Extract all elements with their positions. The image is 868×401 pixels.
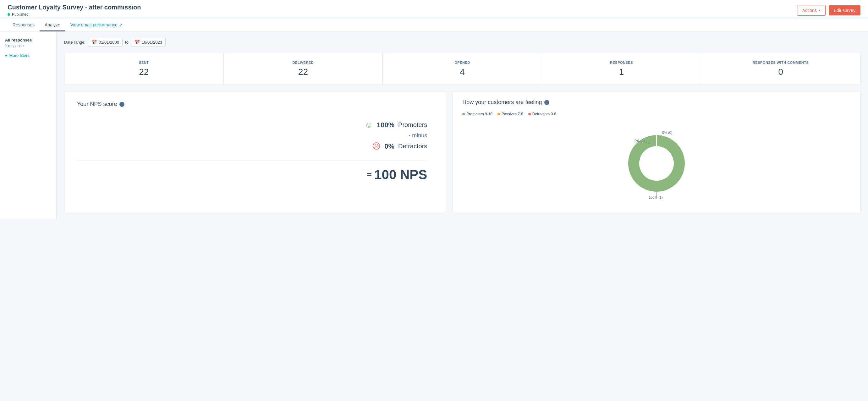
published-dot: [7, 13, 10, 16]
actions-label: Actions: [802, 8, 817, 13]
legend-detractors: Detractors 0-6: [528, 112, 556, 116]
main-layout: All responses 1 response ≡ More filters …: [0, 31, 868, 218]
nps-card: Your NPS score i ☺ 100% Promoters - minu…: [64, 91, 446, 212]
actions-button[interactable]: Actions ▾: [797, 5, 826, 16]
stat-responses-label: RESPONSES: [548, 61, 695, 64]
more-filters-button[interactable]: ≡ More filters: [5, 53, 51, 58]
date-range-row: Date range: 📅 01/01/2000 to 📅 16/01/2023: [64, 38, 861, 47]
page-title: Customer Loyalty Survey - after commissi…: [7, 4, 141, 11]
calendar-to-icon: 📅: [134, 40, 140, 44]
edit-survey-label: Edit survey: [834, 8, 856, 13]
legend-dot-passives: [497, 113, 500, 115]
date-to-input[interactable]: 📅 16/01/2023: [131, 38, 166, 47]
legend-detractors-label: Detractors 0-6: [532, 112, 556, 116]
nps-divider: [77, 159, 427, 159]
stats-row: SENT 22 DELIVERED 22 OPENED 4 RESPONSES …: [64, 53, 861, 85]
nps-value: 100 NPS: [374, 167, 427, 182]
nps-equals: =: [367, 170, 372, 180]
donut-svg: 0% (0) 0% (0) 100% (1): [616, 123, 698, 204]
stat-responses-value: 1: [548, 67, 695, 77]
date-range-label: Date range:: [64, 40, 86, 44]
promoters-row: ☺ 100% Promoters: [365, 120, 427, 130]
date-to-label: to: [125, 40, 128, 44]
chevron-down-icon: ▾: [819, 8, 820, 12]
feeling-card-title: How your customers are feeling i: [462, 99, 851, 105]
sidebar-filter-count: 1 response: [5, 44, 51, 48]
stat-responses-comments-value: 0: [707, 67, 854, 77]
legend-row: Promoters 9-10 Passives 7-8 Detractors 0…: [462, 112, 851, 116]
stat-delivered-value: 22: [230, 67, 376, 77]
legend-dot-promoters: [462, 113, 465, 115]
stat-delivered: DELIVERED 22: [224, 53, 383, 85]
content-area: Date range: 📅 01/01/2000 to 📅 16/01/2023…: [57, 31, 868, 218]
legend-passives-label: Passives 7-8: [502, 112, 523, 116]
top-actions: Actions ▾ Edit survey: [797, 5, 861, 16]
donut-hole: [639, 146, 674, 181]
nps-info-icon[interactable]: i: [119, 102, 124, 107]
donut-label-promoters: 100% (1): [649, 195, 663, 199]
external-link-icon: ↗: [119, 22, 123, 27]
promoters-pct: 100%: [377, 121, 394, 129]
donut-label-detractors: 0% (0): [634, 139, 645, 143]
stat-responses-comments: RESPONSES WITH COMMENTS 0: [701, 53, 860, 85]
feeling-card: How your customers are feeling i Promote…: [453, 91, 861, 212]
sidebar-filter-title: All responses: [5, 38, 51, 42]
stat-responses-comments-label: RESPONSES WITH COMMENTS: [707, 61, 854, 64]
minus-row: - minus: [408, 132, 427, 139]
tab-responses[interactable]: Responses: [7, 19, 40, 31]
tab-view-email[interactable]: View email performance ↗: [65, 19, 128, 31]
tab-analyze[interactable]: Analyze: [40, 19, 65, 31]
edit-survey-button[interactable]: Edit survey: [829, 5, 861, 16]
published-badge: Published: [7, 12, 141, 17]
legend-passives: Passives 7-8: [497, 112, 523, 116]
stat-sent-value: 22: [71, 67, 217, 77]
feeling-info-icon[interactable]: i: [544, 100, 549, 105]
date-to-value: 16/01/2023: [142, 40, 162, 44]
tab-bar: Responses Analyze View email performance…: [0, 19, 868, 31]
charts-row: Your NPS score i ☺ 100% Promoters - minu…: [64, 91, 861, 212]
stat-sent-label: SENT: [71, 61, 217, 64]
stat-sent: SENT 22: [64, 53, 224, 85]
date-from-value: 01/01/2000: [99, 40, 119, 44]
nps-metrics: ☺ 100% Promoters - minus ☹ 0% Detractors: [77, 120, 433, 182]
nps-score-row: = 100 NPS: [367, 167, 427, 182]
detractor-smiley-icon: ☹: [372, 142, 380, 151]
promoter-smiley-icon: ☺: [365, 120, 373, 130]
date-from-input[interactable]: 📅 01/01/2000: [88, 38, 123, 47]
filter-icon: ≡: [5, 53, 7, 58]
sidebar: All responses 1 response ≡ More filters: [0, 31, 57, 218]
legend-promoters: Promoters 9-10: [462, 112, 492, 116]
published-label: Published: [12, 12, 29, 17]
more-filters-label: More filters: [9, 53, 30, 58]
detractors-row: ☹ 0% Detractors: [372, 142, 427, 151]
stat-delivered-label: DELIVERED: [230, 61, 376, 64]
top-bar: Customer Loyalty Survey - after commissi…: [0, 0, 868, 17]
legend-promoters-label: Promoters 9-10: [466, 112, 492, 116]
donut-label-passives: 0% (0): [662, 131, 672, 134]
calendar-from-icon: 📅: [91, 40, 97, 44]
detractors-pct: 0%: [384, 142, 394, 151]
nps-card-title: Your NPS score i: [77, 101, 433, 107]
minus-label: - minus: [408, 132, 427, 139]
legend-dot-detractors: [528, 113, 531, 115]
stat-opened: OPENED 4: [383, 53, 542, 85]
stat-responses: RESPONSES 1: [542, 53, 702, 85]
detractors-label: Detractors: [398, 143, 427, 150]
donut-chart: 0% (0) 0% (0) 100% (1): [616, 123, 698, 204]
title-area: Customer Loyalty Survey - after commissi…: [7, 4, 141, 17]
promoters-label: Promoters: [398, 121, 427, 128]
stat-opened-value: 4: [389, 67, 535, 77]
stat-opened-label: OPENED: [389, 61, 535, 64]
